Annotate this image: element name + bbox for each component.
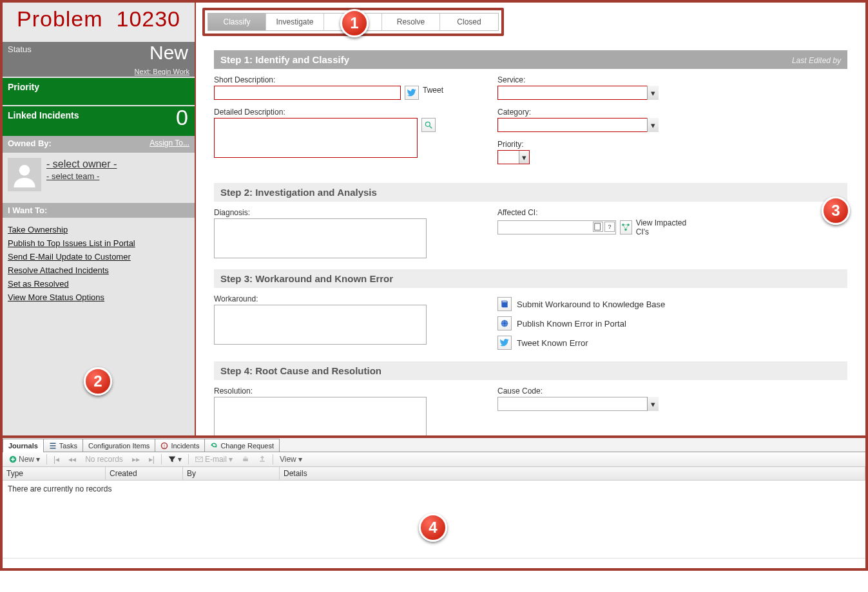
- export-icon: [258, 455, 266, 463]
- step4-title: Step 4: Root Cause and Resolution: [220, 365, 381, 376]
- col-details[interactable]: Details: [280, 467, 865, 480]
- category-select[interactable]: [497, 118, 659, 132]
- btab-tasks-label: Tasks: [59, 442, 77, 450]
- action-tweet-error[interactable]: Tweet Known Error: [497, 333, 691, 352]
- action-publish-top-issues[interactable]: Publish to Top Issues List in Portal: [8, 236, 189, 250]
- action-tweet-error-label: Tweet Known Error: [517, 338, 588, 348]
- toolbar-new-button[interactable]: New ▾: [6, 454, 43, 464]
- action-send-email[interactable]: Send E-Mail Update to Customer: [8, 250, 189, 263]
- btab-incidents[interactable]: ! Incidents: [155, 439, 205, 452]
- svg-point-0: [19, 165, 30, 176]
- owned-label: Owned By:: [8, 138, 52, 148]
- plus-icon: [9, 455, 17, 463]
- toolbar-view[interactable]: View ▾: [277, 454, 305, 464]
- status-bar: Status New Next: Begin Work: [3, 42, 195, 77]
- action-take-ownership[interactable]: Take Ownership: [8, 223, 189, 236]
- zoom-desc-button[interactable]: [421, 118, 436, 132]
- view-ci-button[interactable]: [620, 220, 632, 234]
- incident-icon: !: [160, 442, 168, 450]
- linked-incidents-bar: Linked Incidents 0: [3, 106, 195, 136]
- callout-3: 3: [822, 196, 850, 225]
- col-created[interactable]: Created: [106, 467, 183, 480]
- pager-last[interactable]: ▸|: [146, 454, 157, 464]
- ci-help-button[interactable]: ?: [604, 222, 615, 232]
- affected-ci-label: Affected CI:: [497, 208, 691, 217]
- btab-ci-label: Configuration Items: [88, 442, 149, 450]
- grid-header: Type Created By Details: [3, 467, 865, 481]
- title-box: Problem 10230: [3, 3, 195, 42]
- detailed-desc-input[interactable]: [214, 118, 418, 158]
- svg-line-2: [430, 126, 432, 129]
- pager-prev[interactable]: ◂◂: [66, 454, 79, 464]
- bottom-toolbar: New ▾ |◂ ◂◂ No records ▸▸ ▸| ▾ E-mail ▾: [3, 452, 865, 467]
- short-desc-input[interactable]: [214, 86, 401, 100]
- tab-resolve[interactable]: Resolve: [382, 14, 440, 30]
- toolbar-filter[interactable]: ▾: [166, 454, 184, 464]
- owned-bar: Owned By: Assign To...: [3, 136, 195, 153]
- svg-rect-16: [244, 457, 247, 459]
- btab-change[interactable]: Change Request: [204, 439, 280, 452]
- network-icon: [621, 223, 630, 232]
- action-set-resolved[interactable]: Set as Resolved: [8, 277, 189, 291]
- toolbar-print[interactable]: [239, 455, 252, 464]
- workaround-input[interactable]: [214, 305, 427, 345]
- affected-ci-input-wrap: ?: [497, 220, 616, 234]
- step1-title: Step 1: Identify and Classify: [220, 54, 349, 65]
- service-select[interactable]: [497, 86, 659, 100]
- grid-empty-text: There are currently no records: [8, 484, 111, 493]
- btab-incidents-label: Incidents: [171, 442, 199, 450]
- col-type[interactable]: Type: [3, 467, 106, 480]
- tab-closed[interactable]: Closed: [440, 14, 498, 30]
- ci-lookup-button[interactable]: [593, 222, 603, 232]
- tweet-label: Tweet: [423, 86, 443, 95]
- twitter-icon: [500, 338, 509, 347]
- select-owner-link[interactable]: - select owner -: [46, 158, 117, 171]
- tab-classify[interactable]: Classify: [208, 14, 266, 30]
- toolbar-email[interactable]: E-mail ▾: [193, 454, 235, 464]
- step2-header: Step 2: Investigation and Analysis: [214, 183, 847, 202]
- diagnosis-input[interactable]: [214, 218, 427, 258]
- step3-header: Step 3: Workaround and Known Error: [214, 269, 847, 288]
- tweet-button[interactable]: [405, 86, 419, 100]
- horizontal-scrollbar[interactable]: [3, 558, 865, 568]
- pager-first[interactable]: |◂: [51, 454, 62, 464]
- action-publish-portal-label: Publish Known Error in Portal: [517, 319, 626, 329]
- action-resolve-attached[interactable]: Resolve Attached Incidents: [8, 263, 189, 277]
- select-team-link[interactable]: - select team -: [46, 171, 117, 182]
- bottom-area: Journals Tasks Configuration Items ! Inc…: [0, 435, 868, 571]
- pager-status: No records: [82, 454, 126, 464]
- svg-point-1: [425, 122, 430, 126]
- btab-ci[interactable]: Configuration Items: [82, 439, 155, 452]
- tab-investigate[interactable]: Investigate: [266, 14, 324, 30]
- action-publish-portal[interactable]: Publish Known Error in Portal: [497, 314, 691, 333]
- assign-to-link[interactable]: Assign To...: [149, 138, 189, 148]
- cause-code-select[interactable]: [497, 397, 659, 411]
- twitter-icon: [407, 88, 416, 97]
- title-id: 10230: [116, 6, 180, 31]
- action-submit-kb[interactable]: Submit Workaround to Knowledge Base: [497, 294, 691, 314]
- resolution-input[interactable]: [214, 397, 427, 435]
- funnel-icon: [168, 455, 176, 463]
- col-by[interactable]: By: [183, 467, 280, 480]
- svg-point-8: [501, 320, 508, 327]
- magnifier-icon: [424, 120, 433, 129]
- main: Classify Investigate K Resolve Closed St…: [195, 3, 865, 435]
- pager-next[interactable]: ▸▸: [130, 454, 142, 464]
- btab-journals[interactable]: Journals: [3, 439, 44, 452]
- actions-list: Take Ownership Publish to Top Issues Lis…: [3, 218, 195, 309]
- status-value: New: [149, 42, 188, 64]
- svg-rect-15: [243, 459, 248, 462]
- status-next-link[interactable]: Next: Begin Work: [135, 68, 189, 75]
- person-icon: [12, 162, 37, 187]
- toolbar-export[interactable]: [256, 455, 269, 464]
- svg-rect-7: [503, 301, 507, 302]
- avatar: [8, 158, 41, 191]
- priority-select[interactable]: ▾: [497, 150, 530, 164]
- lookup-icon: [593, 222, 603, 231]
- status-label: Status: [8, 44, 32, 54]
- linked-label: Linked Incidents: [8, 110, 79, 120]
- action-more-status[interactable]: View More Status Options: [8, 291, 189, 304]
- priority-form-label: Priority:: [497, 140, 691, 149]
- chevron-down-icon: ▾: [36, 455, 40, 464]
- btab-tasks[interactable]: Tasks: [43, 439, 83, 452]
